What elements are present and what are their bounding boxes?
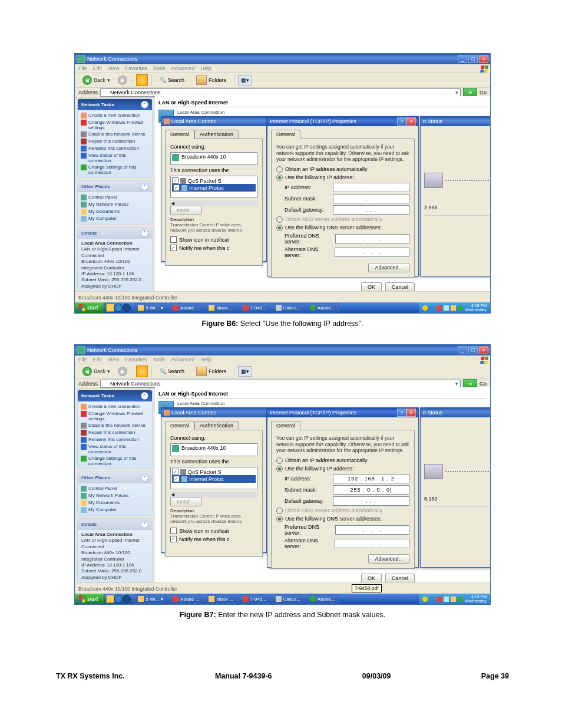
task-item[interactable]: Disable this network device bbox=[81, 131, 149, 138]
advanced-button[interactable]: Advanced... bbox=[368, 263, 409, 272]
taskbar-item[interactable]: Calcul... bbox=[272, 594, 305, 604]
dropdown-icon[interactable]: ▾ bbox=[455, 90, 458, 95]
panel-header[interactable]: Other Places⌃ bbox=[78, 472, 152, 483]
checkbox-notify[interactable]: ✓ bbox=[170, 245, 177, 251]
forward-button[interactable]: ► bbox=[118, 75, 127, 85]
start-button[interactable]: start bbox=[75, 594, 104, 604]
dropdown-icon[interactable]: ▾ bbox=[455, 381, 458, 387]
dns-preferred-input[interactable]: . . . bbox=[335, 525, 409, 535]
place-item[interactable]: My Documents bbox=[81, 499, 149, 506]
advanced-button[interactable]: Advanced... bbox=[368, 554, 409, 564]
tray-icon[interactable] bbox=[422, 597, 428, 602]
address-input[interactable]: Network Connections ▾ bbox=[100, 380, 461, 388]
search-button[interactable]: 🔍Search bbox=[156, 367, 189, 376]
gateway-input[interactable]: . . . bbox=[333, 496, 409, 506]
panel-header[interactable]: Other Places⌃ bbox=[78, 181, 152, 192]
menu-file[interactable]: File bbox=[78, 357, 87, 363]
subnet-mask-input[interactable]: 255 . 0 . 0 . 0| bbox=[333, 485, 409, 495]
maximize-button[interactable]: □ bbox=[468, 346, 478, 354]
components-list[interactable]: ✓QoS Packet S ✓Internet Protoc bbox=[170, 467, 257, 489]
up-button[interactable] bbox=[136, 365, 148, 377]
tray-icon[interactable] bbox=[458, 305, 463, 311]
menu-tools[interactable]: Tools bbox=[153, 65, 165, 71]
forward-button[interactable]: ► bbox=[118, 367, 127, 376]
maximize-button[interactable]: □ bbox=[468, 55, 478, 63]
tray-icon[interactable] bbox=[451, 597, 456, 602]
quicklaunch-icon[interactable] bbox=[114, 595, 123, 603]
tab-general[interactable]: General bbox=[271, 421, 300, 430]
address-input[interactable]: Network Connections ▾ bbox=[100, 88, 461, 97]
radio-manual-ip[interactable]: Use the following IP address: bbox=[276, 174, 409, 181]
install-button[interactable]: Install... bbox=[170, 206, 201, 215]
install-button[interactable]: Install... bbox=[170, 497, 201, 506]
tray-icon[interactable] bbox=[437, 597, 442, 602]
tray-icon[interactable] bbox=[444, 597, 449, 602]
menu-edit[interactable]: Edit bbox=[93, 65, 103, 71]
place-item[interactable]: Control Panel bbox=[81, 194, 149, 201]
place-item[interactable]: My Computer bbox=[81, 506, 149, 513]
radio-manual-ip[interactable]: Use the following IP address: bbox=[276, 466, 409, 472]
panel-header[interactable]: Details⌃ bbox=[78, 228, 152, 239]
close-button[interactable]: × bbox=[479, 55, 488, 63]
menu-file[interactable]: File bbox=[78, 65, 87, 71]
taskbar-item[interactable]: 5 Wi...▾ bbox=[134, 594, 167, 604]
back-button[interactable]: ◄Back▾ bbox=[78, 365, 114, 378]
help-button[interactable]: ? bbox=[397, 117, 406, 126]
checkbox-show-icon[interactable] bbox=[170, 528, 177, 534]
task-item[interactable]: Change settings of this connection bbox=[81, 455, 149, 467]
tray-icon[interactable] bbox=[429, 597, 435, 602]
subnet-mask-input[interactable]: . . . bbox=[333, 194, 409, 203]
menu-favorites[interactable]: Favorites bbox=[125, 65, 147, 71]
task-item[interactable]: Change Windows Firewall settings bbox=[81, 119, 149, 131]
task-item[interactable]: Repair this connection bbox=[81, 138, 149, 145]
minimize-button[interactable]: _ bbox=[458, 55, 467, 63]
panel-header[interactable]: Network Tasks⌃ bbox=[78, 99, 152, 110]
menu-help[interactable]: Help bbox=[200, 357, 211, 363]
menu-view[interactable]: View bbox=[108, 65, 119, 71]
tray-icon[interactable] bbox=[429, 305, 435, 311]
quicklaunch-icon[interactable] bbox=[114, 304, 123, 312]
cancel-button[interactable]: Cancel bbox=[385, 282, 415, 292]
tab-general[interactable]: General bbox=[165, 421, 194, 430]
close-button[interactable]: × bbox=[406, 117, 416, 126]
menu-favorites[interactable]: Favorites bbox=[125, 357, 147, 363]
checkbox-notify[interactable]: ✓ bbox=[170, 536, 177, 542]
menu-tools[interactable]: Tools bbox=[153, 357, 165, 363]
taskbar-item[interactable]: Adobe... bbox=[306, 303, 339, 312]
dns-alternate-input[interactable]: . . . bbox=[335, 248, 409, 257]
place-item[interactable]: My Network Places bbox=[81, 201, 149, 208]
close-button[interactable]: × bbox=[479, 346, 488, 354]
tray-icon[interactable] bbox=[444, 305, 449, 311]
taskbar-item[interactable]: 7-945... bbox=[239, 303, 270, 312]
place-item[interactable]: My Network Places bbox=[81, 492, 149, 499]
tray-icon[interactable] bbox=[437, 305, 442, 311]
minimize-button[interactable]: _ bbox=[458, 346, 467, 354]
ip-address-input[interactable]: . . . bbox=[333, 183, 409, 192]
ok-button[interactable]: OK bbox=[361, 282, 382, 292]
radio-manual-dns[interactable]: Use the following DNS server addresses: bbox=[276, 225, 409, 231]
folders-button[interactable]: Folders bbox=[192, 74, 230, 87]
task-item[interactable]: Change Windows Firewall settings bbox=[81, 410, 149, 422]
task-item[interactable]: Change settings of this connection bbox=[81, 164, 149, 176]
radio-auto-ip[interactable]: Obtain an IP address automatically bbox=[276, 166, 409, 173]
place-item[interactable]: My Computer bbox=[81, 215, 149, 222]
taskbar-item[interactable]: 7-945... bbox=[239, 594, 270, 604]
radio-auto-ip[interactable]: Obtain an IP address automatically bbox=[276, 457, 409, 464]
components-list[interactable]: ✓QoS Packet S ✓Internet Protoc bbox=[170, 176, 257, 198]
task-item[interactable]: Create a new connection bbox=[81, 112, 149, 119]
dns-preferred-input[interactable]: . . . bbox=[335, 234, 409, 243]
views-button[interactable]: ▦▾ bbox=[238, 75, 252, 85]
quicklaunch-icon[interactable] bbox=[123, 304, 131, 312]
quicklaunch-icon[interactable] bbox=[123, 595, 131, 603]
task-item[interactable]: View status of this connection bbox=[81, 443, 149, 455]
tray-icon[interactable] bbox=[422, 305, 428, 311]
quicklaunch-icon[interactable] bbox=[106, 304, 114, 312]
taskbar-item[interactable]: Calcul... bbox=[272, 303, 305, 312]
taskbar-item[interactable]: Adobe... bbox=[306, 594, 339, 604]
taskbar-item[interactable]: 5 Wi...▾ bbox=[134, 303, 167, 312]
back-button[interactable]: ◄Back▾ bbox=[78, 74, 114, 87]
taskbar-item[interactable]: Adobe ... bbox=[168, 594, 203, 604]
search-button[interactable]: 🔍Search bbox=[156, 75, 189, 85]
tab-authentication[interactable]: Authentication bbox=[194, 130, 239, 139]
place-item[interactable]: My Documents bbox=[81, 208, 149, 215]
